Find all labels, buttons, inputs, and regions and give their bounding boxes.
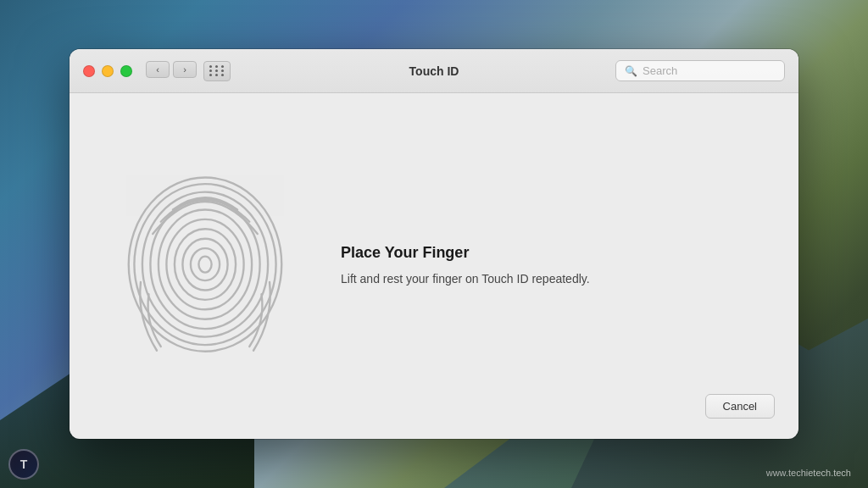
back-chevron-icon: ‹ xyxy=(156,64,159,75)
titlebar: ‹ › Touch ID 🔍 Search xyxy=(70,49,798,93)
window-content: Place Your Finger Lift and rest your fin… xyxy=(70,93,798,439)
search-field[interactable]: 🔍 Search xyxy=(615,60,785,81)
svg-point-5 xyxy=(159,210,252,319)
search-placeholder-text: Search xyxy=(643,64,677,77)
fingerprint-illustration xyxy=(120,164,290,368)
svg-point-0 xyxy=(198,257,211,273)
svg-point-7 xyxy=(142,192,268,337)
grid-icon xyxy=(209,65,225,76)
traffic-lights xyxy=(83,65,132,77)
grid-view-button[interactable] xyxy=(203,61,231,81)
close-button[interactable] xyxy=(83,65,95,77)
place-finger-heading: Place Your Finger xyxy=(341,244,748,262)
instruction-text: Lift and rest your finger on Touch ID re… xyxy=(341,270,748,288)
minimize-button[interactable] xyxy=(102,65,114,77)
window-title: Touch ID xyxy=(409,64,459,78)
watermark-text: www.techietech.tech xyxy=(766,468,851,478)
svg-point-8 xyxy=(134,184,275,345)
corner-logo: T xyxy=(8,449,39,480)
cancel-button[interactable]: Cancel xyxy=(705,394,775,419)
fingerprint-icon xyxy=(125,169,286,363)
svg-point-2 xyxy=(182,239,227,291)
back-button[interactable]: ‹ xyxy=(146,61,170,78)
touch-id-text-content: Place Your Finger Lift and rest your fin… xyxy=(341,244,748,288)
nav-buttons: ‹ › xyxy=(146,61,231,81)
forward-button[interactable]: › xyxy=(173,61,197,78)
fullscreen-button[interactable] xyxy=(120,65,132,77)
search-icon: 🔍 xyxy=(625,65,637,77)
svg-point-1 xyxy=(191,248,220,280)
forward-chevron-icon: › xyxy=(183,64,186,75)
system-preferences-window: ‹ › Touch ID 🔍 Search xyxy=(70,49,798,439)
svg-point-4 xyxy=(166,219,243,309)
